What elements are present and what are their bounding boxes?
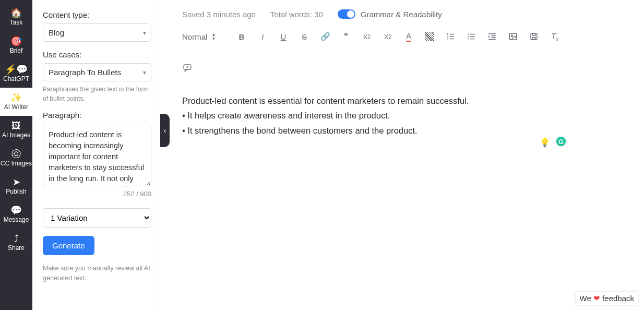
editor-area: Saved 3 minutes ago Total words: 30 Gram…	[160, 0, 644, 310]
svg-rect-21	[532, 38, 535, 40]
nav-label: AI Images	[2, 132, 30, 139]
nav-label: Task	[10, 19, 23, 26]
feedback-widget[interactable]: We ❤ feedback	[575, 291, 639, 306]
side-panel: Content type: Blog Use cases: Paragraph …	[32, 0, 160, 310]
ordered-list-button[interactable]: 123	[445, 31, 456, 42]
use-cases-label: Use cases:	[43, 50, 151, 59]
nav-item-brief[interactable]: 🎯 Brief	[0, 31, 32, 59]
nav-item-message[interactable]: 💬 Message	[0, 200, 32, 229]
editor-content[interactable]: Product-led content is essential for con…	[160, 78, 644, 154]
nav-label: ChatGPT	[3, 75, 29, 82]
add-comment-icon	[183, 63, 192, 73]
clear-format-icon: Tx	[551, 31, 558, 42]
add-comment-button[interactable]	[182, 63, 193, 73]
nav-item-ai-writer[interactable]: ✨ AI Writer	[0, 88, 32, 116]
insert-image-icon	[508, 32, 518, 41]
format-select-label: Normal	[182, 32, 207, 41]
grammarly-badge[interactable]: G	[555, 136, 567, 147]
highlight-button[interactable]	[424, 31, 435, 42]
strikethrough-button[interactable]: S	[299, 31, 309, 42]
svg-marker-16	[488, 35, 490, 38]
feedback-pre: We	[580, 294, 593, 303]
message-icon: 💬	[10, 205, 22, 216]
paper-plane-icon: ➤	[13, 176, 20, 188]
nav-item-publish[interactable]: ➤ Publish	[0, 172, 32, 200]
saved-status: Saved 3 minutes ago	[182, 10, 256, 19]
clear-format-button[interactable]: Tx	[550, 31, 560, 42]
hint-bulb-icon[interactable]: 💡	[540, 138, 550, 148]
grammar-toggle-label: Grammar & Readability	[361, 10, 442, 19]
nav-label: CC Images	[1, 160, 32, 167]
nav-label: Share	[8, 244, 25, 252]
quote-icon: ❞	[344, 32, 348, 41]
nav-item-cc-images[interactable]: ⓒ CC Images	[0, 144, 32, 172]
wand-icon: ✨	[10, 92, 22, 103]
image-icon: 🖼	[11, 120, 21, 132]
word-count: Total words: 30	[270, 10, 323, 19]
svg-point-10	[468, 36, 469, 37]
svg-rect-19	[531, 33, 537, 40]
paragraph-label: Paragraph:	[43, 111, 151, 120]
chevron-updown-icon: ▴▾	[212, 32, 215, 41]
grammar-toggle[interactable]	[338, 9, 355, 19]
nav-item-chatgpt[interactable]: ⚡💬 ChatGPT	[0, 59, 32, 88]
content-line: • It helps create awareness and interest…	[182, 109, 622, 122]
home-icon: 🏠	[10, 7, 22, 19]
nav-item-task[interactable]: 🏠 Task	[0, 3, 32, 31]
text-color-icon: A	[406, 31, 411, 42]
indent-button[interactable]	[487, 31, 497, 42]
svg-point-9	[468, 33, 469, 34]
svg-point-11	[468, 38, 469, 39]
highlight-icon	[425, 32, 434, 41]
share-icon: ⤴	[14, 233, 19, 244]
bolt-chat-icon: ⚡💬	[5, 64, 28, 75]
heart-icon: ❤	[593, 294, 600, 303]
char-counter: 252 / 900	[43, 190, 151, 198]
format-select[interactable]: Normal ▴▾	[182, 32, 226, 41]
blockquote-button[interactable]: ❞	[341, 31, 351, 42]
text-color-button[interactable]: A	[403, 31, 414, 42]
subscript-button[interactable]: X2	[362, 31, 372, 42]
nav-label: Brief	[10, 47, 23, 54]
use-cases-select[interactable]: Paragraph To Bullets	[43, 63, 151, 81]
content-type-select[interactable]: Blog	[43, 23, 151, 42]
use-cases-hint: Paraphrases the given text in the form o…	[43, 85, 151, 103]
feedback-post: feedback	[600, 294, 634, 303]
editor-toolbar: Normal ▴▾ B I U S 🔗 ❞ X2 X2 A 123	[160, 24, 644, 78]
image-button[interactable]	[508, 31, 518, 42]
variation-select[interactable]: 1 Variation	[43, 208, 151, 228]
unordered-list-button[interactable]	[466, 31, 476, 42]
link-button[interactable]: 🔗	[320, 31, 330, 42]
superscript-button[interactable]: X2	[383, 31, 393, 42]
underline-button[interactable]: U	[278, 31, 289, 42]
bold-button[interactable]: B	[236, 31, 247, 42]
nav-item-share[interactable]: ⤴ Share	[0, 229, 32, 257]
left-nav-rail: 🏠 Task 🎯 Brief ⚡💬 ChatGPT ✨ AI Writer 🖼 …	[0, 0, 32, 310]
nav-label: Message	[4, 216, 29, 223]
chevron-left-icon: ‹	[164, 126, 166, 135]
indent-icon	[487, 32, 497, 41]
save-button-icon[interactable]	[529, 31, 539, 42]
nav-item-ai-images[interactable]: 🖼 AI Images	[0, 116, 32, 144]
ordered-list-icon: 123	[446, 32, 455, 41]
generate-button[interactable]: Generate	[43, 236, 94, 255]
svg-point-18	[511, 35, 512, 37]
svg-text:3: 3	[447, 37, 448, 40]
save-icon	[529, 32, 539, 41]
content-line: Product-led content is essential for con…	[182, 94, 622, 108]
italic-button[interactable]: I	[257, 31, 268, 42]
unordered-list-icon	[467, 32, 476, 41]
content-line: • It strengthens the bond between custom…	[182, 124, 622, 137]
cc-icon: ⓒ	[11, 148, 21, 160]
nav-label: AI Writer	[4, 103, 28, 111]
target-icon: 🎯	[10, 35, 22, 47]
review-footnote: Make sure you manually review all AI gen…	[43, 264, 151, 283]
content-type-label: Content type:	[43, 10, 151, 19]
paragraph-input[interactable]	[43, 124, 151, 186]
nav-label: Publish	[6, 188, 26, 195]
collapse-panel-toggle[interactable]: ‹	[160, 114, 170, 147]
status-bar: Saved 3 minutes ago Total words: 30 Gram…	[160, 0, 644, 24]
link-icon: 🔗	[320, 32, 330, 41]
svg-rect-20	[532, 33, 535, 35]
